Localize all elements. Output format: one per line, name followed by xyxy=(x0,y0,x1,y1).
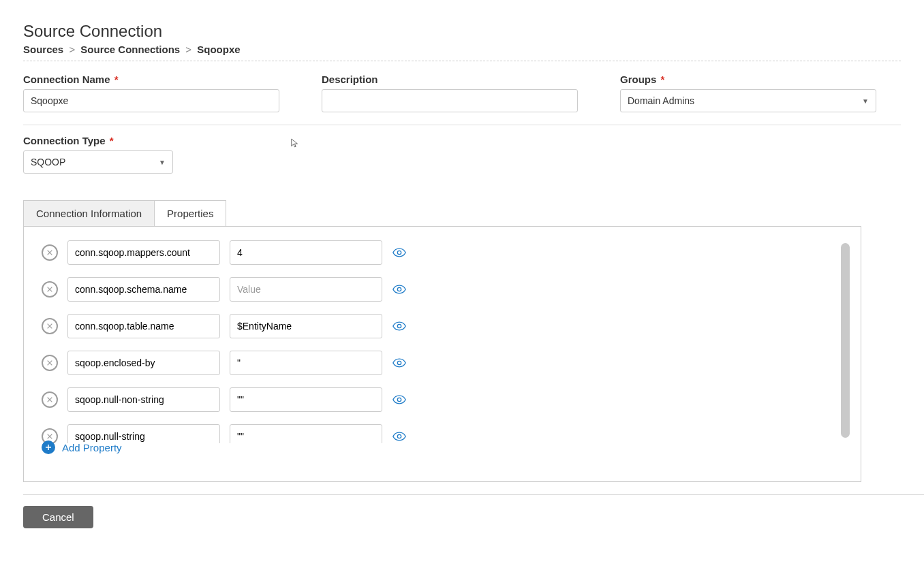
breadcrumb-item-source-connections[interactable]: Source Connections xyxy=(80,44,180,55)
properties-list xyxy=(42,240,843,443)
remove-property-button[interactable] xyxy=(42,318,58,334)
groups-label: Groups * xyxy=(620,74,876,85)
close-icon xyxy=(46,323,53,330)
svg-point-14 xyxy=(397,398,401,401)
svg-point-17 xyxy=(397,434,401,438)
chevron-down-icon: ▼ xyxy=(159,159,166,166)
description-label: Description xyxy=(322,74,578,85)
property-key-input[interactable] xyxy=(67,314,220,338)
tabs: Connection Information Properties xyxy=(23,199,901,226)
close-icon xyxy=(46,359,53,366)
property-value-input[interactable] xyxy=(230,424,382,443)
breadcrumb-item-current: Sqoopxe xyxy=(197,44,240,55)
property-row xyxy=(42,240,836,265)
connection-name-label-text: Connection Name xyxy=(23,74,110,85)
properties-panel: Add Property xyxy=(23,226,861,482)
connection-type-label-text: Connection Type xyxy=(23,135,106,146)
required-indicator: * xyxy=(107,135,114,146)
svg-point-11 xyxy=(397,361,401,364)
footer-divider xyxy=(23,494,924,495)
toggle-visibility-button[interactable] xyxy=(392,245,407,260)
property-value-input[interactable] xyxy=(230,351,382,375)
toggle-visibility-button[interactable] xyxy=(392,429,407,443)
connection-type-selected-value: SQOOP xyxy=(31,157,65,167)
required-indicator: * xyxy=(112,74,119,85)
property-row xyxy=(42,351,836,375)
connection-type-label: Connection Type * xyxy=(23,135,901,146)
section-divider xyxy=(23,125,901,125)
eye-icon xyxy=(392,248,406,257)
groups-label-text: Groups xyxy=(620,74,656,85)
close-icon xyxy=(46,249,53,256)
remove-property-button[interactable] xyxy=(42,391,58,408)
cancel-button[interactable]: Cancel xyxy=(23,506,93,528)
property-key-input[interactable] xyxy=(67,387,220,412)
svg-point-8 xyxy=(397,324,401,327)
chevron-down-icon: ▼ xyxy=(862,97,869,105)
close-icon xyxy=(46,433,53,440)
eye-icon xyxy=(392,358,406,368)
breadcrumb-separator: > xyxy=(185,44,191,55)
property-value-input[interactable] xyxy=(230,314,382,338)
tab-properties[interactable]: Properties xyxy=(155,200,226,227)
toggle-visibility-button[interactable] xyxy=(392,282,407,297)
property-row xyxy=(42,387,836,412)
breadcrumb-separator: > xyxy=(69,44,75,55)
required-indicator: * xyxy=(658,74,664,85)
property-key-input[interactable] xyxy=(67,424,220,443)
breadcrumb: Sources > Source Connections > Sqoopxe xyxy=(23,44,901,61)
toggle-visibility-button[interactable] xyxy=(392,355,407,370)
eye-icon xyxy=(392,432,406,441)
connection-name-label: Connection Name * xyxy=(23,74,279,85)
remove-property-button[interactable] xyxy=(42,244,58,261)
toggle-visibility-button[interactable] xyxy=(392,319,407,334)
property-key-input[interactable] xyxy=(67,277,220,302)
groups-selected-value: Domain Admins xyxy=(628,95,694,106)
add-property-label: Add Property xyxy=(62,442,122,453)
toggle-visibility-button[interactable] xyxy=(392,392,407,407)
svg-point-2 xyxy=(397,251,401,254)
plus-icon xyxy=(42,440,55,454)
scrollbar[interactable] xyxy=(841,243,850,438)
description-input[interactable] xyxy=(322,89,578,112)
remove-property-button[interactable] xyxy=(42,355,58,371)
tab-connection-information[interactable]: Connection Information xyxy=(23,200,155,227)
page-title: Source Connection xyxy=(23,22,901,41)
groups-select[interactable]: Domain Admins ▼ xyxy=(620,89,876,112)
property-value-input[interactable] xyxy=(230,240,382,265)
eye-icon xyxy=(392,285,406,294)
property-key-input[interactable] xyxy=(67,351,220,375)
property-row xyxy=(42,314,836,338)
breadcrumb-item-sources[interactable]: Sources xyxy=(23,44,63,55)
remove-property-button[interactable] xyxy=(42,281,58,298)
property-key-input[interactable] xyxy=(67,240,220,265)
property-row xyxy=(42,277,836,302)
eye-icon xyxy=(392,395,406,404)
connection-type-select[interactable]: SQOOP ▼ xyxy=(23,150,173,174)
property-value-input[interactable] xyxy=(230,387,382,412)
connection-name-input[interactable] xyxy=(23,89,279,112)
close-icon xyxy=(46,396,53,403)
svg-point-5 xyxy=(397,287,401,291)
property-value-input[interactable] xyxy=(230,277,382,302)
close-icon xyxy=(46,286,53,293)
eye-icon xyxy=(392,321,406,331)
